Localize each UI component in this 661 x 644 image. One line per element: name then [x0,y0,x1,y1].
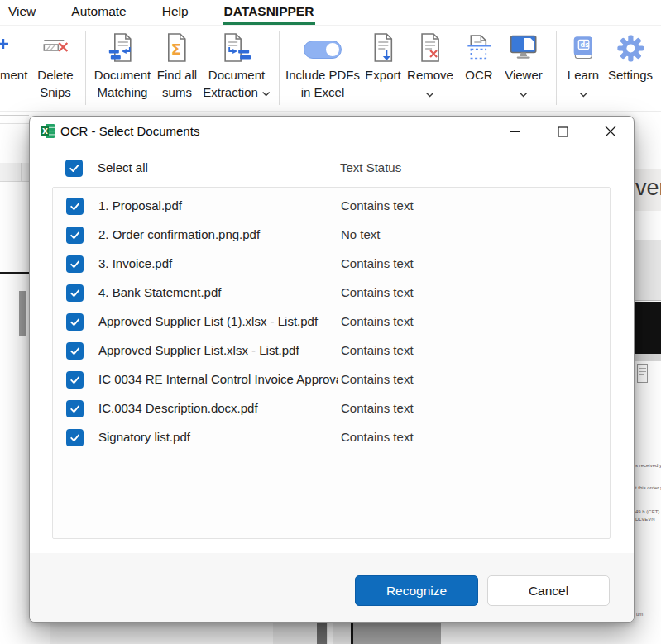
ribbon-label: Remove [407,67,453,83]
document-row[interactable]: 1. Proposal.pdf Contains text [53,192,610,221]
bg-doc-text-fragment: s received you [635,463,661,468]
document-checkbox[interactable] [66,313,84,331]
ribbon-divider [85,31,86,105]
bg-bottom-thumbnail [353,623,441,644]
ribbon-item-viewer[interactable]: Viewer [505,33,543,101]
ocr-icon [467,33,491,66]
document-name: IC 0034 RE Internal Control Invoice Appr… [98,372,338,386]
ribbon-item-learn[interactable]: ds Learn [568,33,599,101]
ribbon-label: sums [162,84,192,101]
ribbon-item-document-extraction[interactable]: Document Extraction [203,33,271,101]
bg-gray-band-right [635,240,661,301]
delete-snips-icon [41,35,70,64]
document-name: Approved Supplier List (1).xlsx - List.p… [98,314,338,328]
document-name: IC.0034 Description.docx.pdf [98,401,338,415]
ribbon-label: Snips [40,84,71,101]
bg-doc-text-fragment: t this order y [635,485,661,490]
document-name: Approved Supplier List.xlsx - List.pdf [98,343,338,357]
document-status: Contains text [341,372,414,386]
ribbon-label: Delete [37,67,73,83]
excel-icon: X [40,123,55,142]
select-all-label: Select all [98,160,148,174]
remove-icon [418,33,443,66]
ribbon-label: Include PDFs [285,67,360,83]
document-checkbox[interactable] [66,255,84,273]
document-row[interactable]: Signatory list.pdf Contains text [53,423,610,452]
menu-tab-automate[interactable]: Automate [70,0,127,25]
minimize-button[interactable] [506,123,523,140]
document-status: Contains text [341,430,414,444]
document-list: 1. Proposal.pdf Contains text 2. Order c… [52,187,611,539]
document-name: 3. Invoice.pdf [98,256,338,270]
bg-window-edge-line [0,123,29,124]
document-row[interactable]: IC 0034 RE Internal Control Invoice Appr… [53,365,610,394]
ribbon-divider [556,31,557,105]
ribbon-label: Export [365,67,400,83]
dialog-title: OCR - Select Documents [60,124,199,138]
ribbon-item-ocr[interactable]: OCR [465,33,492,83]
document-row[interactable]: 2. Order confirmation.png.pdf No text [53,221,610,250]
document-row[interactable]: 3. Invoice.pdf Contains text [53,250,610,279]
document-row[interactable]: Approved Supplier List (1).xlsx - List.p… [53,308,610,336]
document-checkbox[interactable] [66,198,84,215]
include-pdfs-toggle[interactable] [304,41,342,59]
bg-bottom-strip [328,623,333,644]
document-checkbox[interactable] [66,284,84,302]
learn-book-icon: ds [571,36,596,64]
recognize-button[interactable]: Recognize [355,575,478,606]
document-status: Contains text [341,198,414,212]
bg-bottom-bar [317,623,327,644]
bg-bottom-strip [50,623,273,644]
document-name: 2. Order confirmation.png.pdf [98,227,338,241]
ribbon-item-settings[interactable]: Settings [608,33,653,83]
ribbon-item-delete-snips[interactable]: Delete Snips [37,33,73,101]
bg-doc-text-fragment: DLVEVN [635,517,661,522]
ribbon-label: Matching [98,84,148,101]
ribbon-item-remove[interactable]: Remove [407,33,453,101]
document-row[interactable]: Approved Supplier List.xlsx - List.pdf C… [53,336,610,365]
bg-dark-band-right [635,302,661,354]
document-row[interactable]: 4. Bank Statement.pdf Contains text [53,279,610,308]
ribbon-item-include-pdfs[interactable]: Include PDFs in Excel [285,33,360,101]
ribbon-label: Document [208,67,265,83]
toggle-knob [326,43,339,56]
ocr-select-documents-dialog: X OCR - Select Documents Select all Text… [29,116,635,623]
ribbon-divider [279,31,280,105]
document-status: Contains text [341,314,414,328]
chevron-down-icon [261,85,271,100]
maximize-button[interactable] [554,123,571,140]
ribbon: ment Delete Snips [0,26,661,112]
ribbon-label: Viewer [505,67,543,83]
document-row[interactable]: IC.0034 Description.docx.pdf Contains te… [53,394,610,423]
bg-scrollbar-thumb[interactable] [19,291,26,336]
ribbon-item-find-all-sums[interactable]: Σ Find all sums [157,33,197,101]
ribbon-item-snip-partial[interactable]: ment [0,33,27,83]
document-status: Contains text [341,401,414,415]
ribbon-item-document-matching[interactable]: Document Matching [94,33,151,101]
document-checkbox[interactable] [66,400,84,417]
bg-black-line-left [0,272,29,274]
document-status: Contains text [341,343,414,357]
snip-add-icon [0,34,12,65]
select-all-checkbox[interactable] [65,160,83,177]
menu-tab-view[interactable]: View [7,0,36,25]
cancel-button[interactable]: Cancel [487,575,610,606]
document-checkbox[interactable] [66,371,84,389]
bg-doc-thumbnail [637,364,648,383]
ribbon-label: in Excel [301,84,345,101]
document-checkbox[interactable] [66,429,84,446]
ribbon-label: ment [0,67,27,83]
ribbon-label: Find all [157,67,197,83]
menu-tab-help[interactable]: Help [161,0,189,25]
viewer-icon [510,35,538,64]
ribbon-label: Settings [608,67,653,83]
document-matching-icon [108,33,137,66]
menu-bar: View Automate Help DATASNIPPER [0,0,661,26]
ribbon-item-export[interactable]: Export [365,33,400,83]
document-checkbox[interactable] [66,342,84,360]
close-button[interactable] [602,123,619,140]
svg-text:Σ: Σ [171,41,181,58]
menu-tab-datasnipper[interactable]: DATASNIPPER [223,0,315,25]
gear-icon [616,35,644,65]
document-checkbox[interactable] [66,227,84,244]
